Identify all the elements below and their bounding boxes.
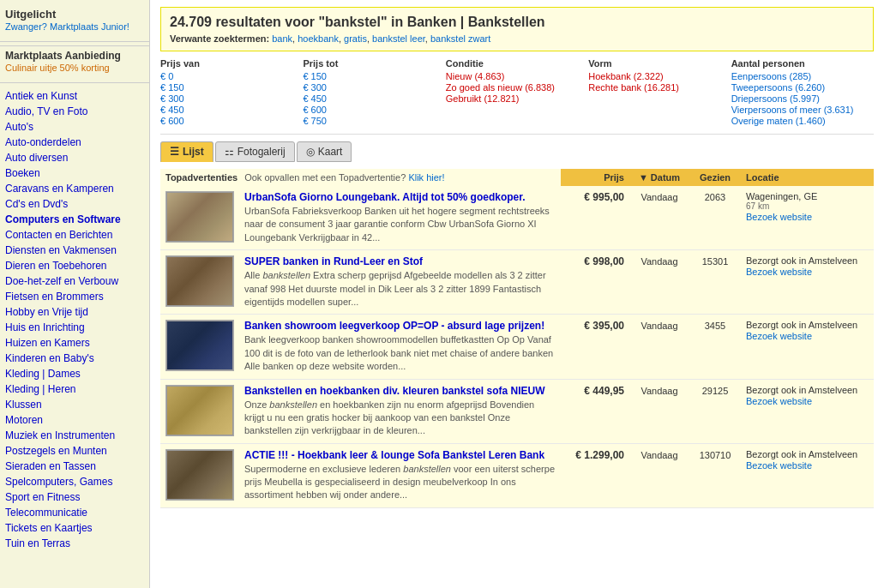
filter-prijs-tot-600[interactable]: € 600 — [303, 105, 445, 115]
filter-conditie-nieuw[interactable]: Nieuw (4.863) — [446, 71, 588, 81]
ad-3-views: 3455 — [689, 315, 741, 379]
topadvertenties-header-row: Topadvertenties Ook opvallen met een Top… — [160, 169, 874, 186]
ad-1-description: UrbanSofa Fabrieksverkoop Banken uit het… — [244, 205, 556, 244]
search-header: 24.709 resultaten voor "bankstel" in Ban… — [160, 7, 874, 51]
sidebar-item-contacten[interactable]: Contacten en Berichten — [0, 227, 149, 243]
sidebar-item-dieren[interactable]: Dieren en Toebehoren — [0, 258, 149, 273]
filter-prijs-tot-300[interactable]: € 300 — [303, 82, 445, 93]
ad-5-image — [165, 449, 234, 501]
sidebar-item-fietsen[interactable]: Fietsen en Brommers — [0, 289, 149, 304]
filter-vorm-rechte-bank[interactable]: Rechte bank (16.281) — [588, 82, 731, 93]
uitgelicht-section: Uitgelicht Zwanger? Marktplaats Junior! — [0, 4, 149, 38]
ad-1-website-link[interactable]: Bezoek website — [746, 212, 812, 222]
sidebar-item-doe-het-zelf[interactable]: Doe-het-zelf en Verbouw — [0, 273, 149, 289]
filter-prijs-tot-750[interactable]: € 750 — [303, 116, 445, 126]
sidebar-item-kinderen[interactable]: Kinderen en Baby's — [0, 351, 149, 366]
ad-2-content: SUPER banken in Rund-Leer en Stof Alle b… — [239, 250, 561, 315]
zwanger-link[interactable]: Zwanger? Marktplaats Junior! — [5, 21, 129, 32]
sidebar-divider-2 — [0, 82, 149, 83]
topadvertenties-label: Topadvertenties — [165, 172, 238, 183]
ad-5-date: Vandaag — [629, 443, 689, 507]
ad-5-price: € 1.299,00 — [561, 443, 629, 507]
sidebar-item-muziek[interactable]: Muziek en Instrumenten — [0, 428, 149, 443]
tab-kaart[interactable]: ◎ Kaart — [297, 141, 352, 162]
related-term-bank[interactable]: bank — [272, 33, 292, 44]
uitgelicht-title: Uitgelicht — [5, 8, 144, 21]
sidebar-item-computers[interactable]: Computers en Software — [0, 212, 149, 227]
sidebar-divider-1 — [0, 41, 149, 42]
filter-conditie-zo-goed[interactable]: Zo goed als nieuw (6.838) — [446, 82, 588, 93]
filter-prijs-van-150[interactable]: € 150 — [160, 82, 303, 93]
tab-fotogalerij[interactable]: ⚏ Fotogalerij — [215, 141, 295, 162]
filter-prijs-van-600[interactable]: € 600 — [160, 116, 303, 126]
ad-1-location: Wageningen, GE 67 km Bezoek website — [741, 186, 874, 250]
sidebar-item-postzegels[interactable]: Postzegels en Munten — [0, 443, 149, 459]
sidebar-item-motoren[interactable]: Motoren — [0, 412, 149, 428]
ad-4-website-link[interactable]: Bezoek website — [746, 396, 812, 406]
ad-1-title[interactable]: UrbanSofa Giorno Loungebank. Altijd tot … — [244, 191, 526, 203]
sidebar-item-kleding-dames[interactable]: Kleding | Dames — [0, 366, 149, 381]
marktplaats-title: Marktplaats Aanbieding — [5, 50, 144, 62]
sidebar-item-huis[interactable]: Huis en Inrichting — [0, 320, 149, 335]
ad-5-website-link[interactable]: Bezoek website — [746, 460, 812, 471]
sidebar-item-telecommunicatie[interactable]: Telecommunicatie — [0, 505, 149, 520]
search-title: 24.709 resultaten voor "bankstel" in Ban… — [170, 15, 864, 30]
filter-personen-overig[interactable]: Overige maten (1.460) — [731, 116, 874, 126]
related-term-gratis[interactable]: gratis — [344, 33, 367, 44]
filter-personen-een[interactable]: Eenpersoons (285) — [731, 71, 874, 81]
sidebar-item-huizen[interactable]: Huizen en Kamers — [0, 335, 149, 351]
filter-prijs-van-450[interactable]: € 450 — [160, 105, 303, 115]
sidebar-item-diensten[interactable]: Diensten en Vakmensen — [0, 243, 149, 258]
ad-4-price: € 449,95 — [561, 379, 629, 443]
related-term-hoekbank[interactable]: hoekbank — [298, 33, 339, 44]
ad-1-date: Vandaag — [629, 186, 689, 250]
sidebar-item-klussen[interactable]: Klussen — [0, 397, 149, 412]
ad-2-title[interactable]: SUPER banken in Rund-Leer en Stof — [244, 255, 423, 267]
ad-4-image-cell — [160, 379, 239, 443]
ad-3-image-cell — [160, 315, 239, 379]
sidebar-item-boeken[interactable]: Boeken — [0, 165, 149, 181]
filter-conditie-gebruikt[interactable]: Gebruikt (12.821) — [446, 93, 588, 104]
culinair-link[interactable]: Culinair uitje 50% korting — [5, 63, 110, 73]
table-row: Bankstellen en hoekbanken div. kleuren b… — [160, 379, 874, 443]
filter-personen-twee[interactable]: Tweepersoons (6.260) — [731, 82, 874, 93]
sidebar-item-spelcomputers[interactable]: Spelcomputers, Games — [0, 474, 149, 489]
ad-4-description: Onze bankstellen en hoekbanken zijn nu e… — [244, 399, 556, 438]
sidebar-item-auto-onderdelen[interactable]: Auto-onderdelen — [0, 135, 149, 150]
sidebar-item-hobby[interactable]: Hobby en Vrije tijd — [0, 304, 149, 320]
search-related: Verwante zoektermen: bank, hoekbank, gra… — [170, 33, 864, 44]
sidebar-item-audio[interactable]: Audio, TV en Foto — [0, 104, 149, 119]
sidebar-item-autos[interactable]: Auto's — [0, 119, 149, 135]
ad-5-title[interactable]: ACTIE !!! - Hoekbank leer & lounge Sofa … — [244, 449, 544, 461]
related-term-bankstel-zwart[interactable]: bankstel zwart — [430, 33, 490, 44]
filter-prijs-van-0[interactable]: € 0 — [160, 71, 303, 81]
sidebar-item-tuin[interactable]: Tuin en Terras — [0, 536, 149, 551]
filter-personen-vier[interactable]: Vierpersoons of meer (3.631) — [731, 105, 874, 115]
ad-2-image — [165, 255, 234, 307]
topad-click-link[interactable]: Klik hier! — [408, 172, 444, 183]
filter-personen-drie[interactable]: Driepersoons (5.997) — [731, 93, 874, 104]
sidebar-item-kleding-heren[interactable]: Kleding | Heren — [0, 381, 149, 397]
ad-1-content: UrbanSofa Giorno Loungebank. Altijd tot … — [239, 186, 561, 250]
tab-lijst[interactable]: ☰ Lijst — [160, 141, 213, 162]
filter-vorm-hoekbank[interactable]: Hoekbank (2.322) — [588, 71, 731, 81]
sidebar-item-sieraden[interactable]: Sieraden en Tassen — [0, 459, 149, 474]
ad-2-image-cell — [160, 250, 239, 315]
filter-prijs-van-300[interactable]: € 300 — [160, 93, 303, 104]
ad-2-website-link[interactable]: Bezoek website — [746, 267, 812, 277]
sidebar-item-tickets[interactable]: Tickets en Kaartjes — [0, 520, 149, 536]
ad-3-title[interactable]: Banken showroom leegverkoop OP=OP - absu… — [244, 320, 544, 332]
filter-prijs-tot-450[interactable]: € 450 — [303, 93, 445, 104]
sidebar-item-cds[interactable]: Cd's en Dvd's — [0, 196, 149, 212]
table-row: UrbanSofa Giorno Loungebank. Altijd tot … — [160, 186, 874, 250]
ad-3-location: Bezorgt ook in Amstelveen Bezoek website — [741, 315, 874, 379]
filter-prijs-tot-150[interactable]: € 150 — [303, 71, 445, 81]
ad-3-website-link[interactable]: Bezoek website — [746, 331, 812, 341]
sidebar-item-auto-diversen[interactable]: Auto diversen — [0, 150, 149, 165]
sidebar-item-caravans[interactable]: Caravans en Kamperen — [0, 181, 149, 196]
ad-4-title[interactable]: Bankstellen en hoekbanken div. kleuren b… — [244, 385, 545, 397]
sidebar-item-sport[interactable]: Sport en Fitness — [0, 489, 149, 505]
col-datum-header[interactable]: ▼ Datum — [629, 169, 689, 186]
sidebar-item-antiek[interactable]: Antiek en Kunst — [0, 88, 149, 104]
related-term-bankstel-leer[interactable]: bankstel leer — [372, 33, 425, 44]
